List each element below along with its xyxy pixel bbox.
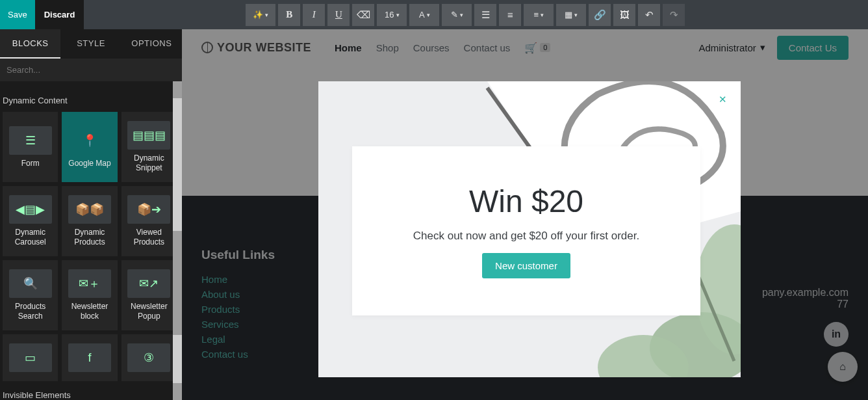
popup-subtitle: Check out now and get $20 off your first… [413,230,639,243]
close-icon: ✕ [719,94,727,105]
tab-style[interactable]: STYLE [60,29,121,59]
snippet-icon: ▤▤▤ [127,121,170,150]
chevron-down-icon: ▾ [427,12,430,18]
popup-title: Win $20 [469,183,583,219]
block-extra-1[interactable]: ▭ [3,334,58,381]
block-dynamic-products[interactable]: 📦📦Dynamic Products [62,186,117,256]
wand-icon: ✨ [253,10,263,20]
eraser-button[interactable]: ⌫ [352,4,374,26]
block-label: Dynamic Snippet [124,153,174,173]
top-toolbar: Save Discard ✨▾ B I U ⌫ 16▾ A▾ ✎▾ ☰ ≡ ≡▾… [0,0,868,29]
tab-blocks[interactable]: BLOCKS [0,29,60,59]
block-label: Dynamic Carousel [5,228,55,247]
align-dropdown[interactable]: ≡▾ [524,4,554,26]
sidebar-tabs: BLOCKS STYLE OPTIONS [0,29,182,59]
image-button[interactable]: 🖼 [613,4,635,26]
block-label: Newsletter Popup [124,302,174,321]
block-dynamic-carousel[interactable]: ◀▤▶Dynamic Carousel [3,186,58,256]
newsletter-popup-icon: ✉↗ [127,269,170,298]
carousel-icon: ◀▤▶ [9,195,52,224]
scrollbar-thumb[interactable] [173,231,182,335]
save-button[interactable]: Save [0,0,35,29]
new-customer-button[interactable]: New customer [482,253,570,278]
chevron-down-icon: ▾ [396,12,400,18]
highlight-dropdown[interactable]: ✎▾ [442,4,472,26]
table-icon: ▦ [565,10,572,20]
text-toolbar: ✨▾ B I U ⌫ 16▾ A▾ ✎▾ ☰ ≡ ≡▾ ▦▾ 🔗 🖼 ↶ ↷ [246,0,685,29]
discard-button[interactable]: Discard [35,0,84,29]
font-icon: A [419,10,425,20]
popup-close-button[interactable]: ✕ [713,90,732,109]
category-invisible-elements: Invisible Elements [0,381,179,400]
popup-content-card: Win $20 Check out now and get $20 off yo… [352,146,700,315]
search-input[interactable] [0,59,182,81]
block-label: Form [21,159,40,168]
block-label: Viewed Products [124,228,174,247]
block-products-search[interactable]: 🔍Products Search [3,260,58,330]
table-dropdown[interactable]: ▦▾ [556,4,586,26]
scroll-down-button[interactable] [173,383,182,400]
block-label: Newsletter block [64,302,114,321]
block-viewed-products[interactable]: 📦➔Viewed Products [121,186,177,256]
block-google-map[interactable]: 📍Google Map [62,112,117,182]
facebook-icon: f [68,343,111,372]
undo-button[interactable]: ↶ [638,4,660,26]
brush-icon: ✎ [451,10,458,20]
scroll-up-button[interactable] [173,81,182,98]
editor-sidebar: BLOCKS STYLE OPTIONS Dynamic Content ☰Fo… [0,29,182,400]
newsletter-icon: ✉＋ [68,269,111,298]
block-label: Dynamic Products [64,228,114,247]
link-button[interactable]: 🔗 [589,4,611,26]
bullet-list-button[interactable]: ☰ [474,4,496,26]
products-search-icon: 🔍 [9,269,52,298]
bold-button[interactable]: B [278,4,300,26]
form-icon: ☰ [9,126,52,155]
block-dynamic-snippet[interactable]: ▤▤▤Dynamic Snippet [121,112,177,182]
font-color-dropdown[interactable]: A▾ [409,4,439,26]
scrollbar[interactable] [173,81,182,400]
numbered-list-button[interactable]: ≡ [499,4,521,26]
font-size-value: 16 [385,10,394,20]
countdown-icon: ③ [127,343,170,372]
underline-button[interactable]: U [327,4,350,26]
block-label: Google Map [68,159,110,168]
chevron-down-icon: ▾ [265,12,268,18]
page-icon: ▭ [9,343,52,372]
redo-button[interactable]: ↷ [663,4,685,26]
tab-options[interactable]: OPTIONS [121,29,182,59]
wand-dropdown[interactable]: ✨▾ [246,4,275,26]
chevron-down-icon: ▾ [541,12,544,18]
block-label: Products Search [5,302,55,321]
font-size-dropdown[interactable]: 16▾ [377,4,407,26]
products-icon: 📦📦 [68,195,111,224]
block-extra-3[interactable]: ③ [121,334,177,381]
viewed-products-icon: 📦➔ [127,195,170,224]
newsletter-popup: ✕ Win $20 Check out now and get $20 off … [318,81,741,377]
block-form[interactable]: ☰Form [3,112,58,182]
block-newsletter-popup[interactable]: ✉↗Newsletter Popup [121,260,177,330]
map-pin-icon: 📍 [68,126,111,155]
chevron-down-icon: ▾ [574,12,578,18]
align-icon: ≡ [534,10,539,20]
italic-button[interactable]: I [303,4,325,26]
category-dynamic-content: Dynamic Content [0,87,179,112]
block-extra-2[interactable]: f [62,334,117,381]
chevron-down-icon: ▾ [460,12,463,18]
block-newsletter[interactable]: ✉＋Newsletter block [62,260,117,330]
